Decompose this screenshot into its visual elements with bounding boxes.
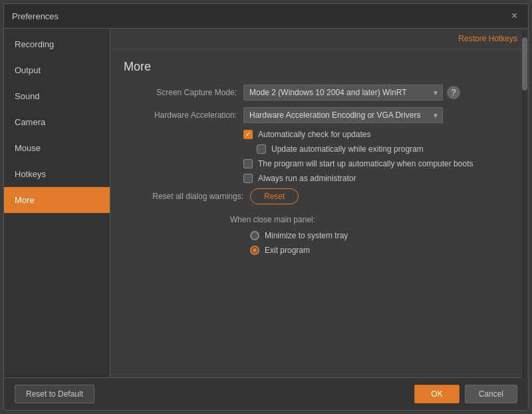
reset-to-default-button[interactable]: Reset to Default [15, 385, 94, 403]
screen-capture-select[interactable]: Mode 2 (Windows 10 2004 and later) WinRT… [243, 85, 443, 101]
screen-capture-row: Screen Capture Mode: Mode 2 (Windows 10 … [124, 85, 515, 101]
cancel-button[interactable]: Cancel [465, 385, 517, 403]
content-area: Recording Output Sound Camera Mouse Hotk… [4, 29, 528, 377]
reset-dialog-label: Reset all dialog warnings: [124, 192, 243, 201]
footer-right: OK Cancel [414, 385, 517, 403]
restore-hotkeys-link[interactable]: Restore Hotkeys [458, 34, 517, 43]
minimize-tray-radio[interactable] [250, 231, 259, 240]
auto-check-updates-label: Automatically check for updates [258, 130, 370, 139]
exit-program-label: Exit program [265, 246, 310, 255]
sidebar: Recording Output Sound Camera Mouse Hotk… [4, 29, 110, 377]
sidebar-item-mouse[interactable]: Mouse [4, 135, 110, 161]
exit-program-row: Exit program [250, 246, 515, 255]
close-button[interactable]: × [509, 9, 520, 23]
section-title: More [124, 60, 515, 74]
reset-dialog-button[interactable]: Reset [250, 188, 299, 204]
auto-update-exiting-label: Update automatically while exiting progr… [271, 144, 424, 154]
minimize-tray-row: Minimize to system tray [250, 231, 515, 240]
auto-check-updates-row: Automatically check for updates [243, 130, 515, 139]
hardware-acceleration-select-wrapper: Hardware Acceleration Encoding or VGA Dr… [243, 107, 443, 123]
hardware-acceleration-label: Hardware Acceleration: [124, 110, 237, 120]
top-bar: Restore Hotkeys [110, 29, 528, 49]
screen-capture-label: Screen Capture Mode: [124, 88, 237, 97]
sidebar-item-more[interactable]: More [4, 187, 110, 213]
run-as-admin-label: Always run as administrator [258, 174, 356, 183]
ok-button[interactable]: OK [414, 385, 459, 403]
auto-check-updates-checkbox[interactable] [243, 130, 253, 139]
section-content: More Screen Capture Mode: Mode 2 (Window… [110, 49, 528, 377]
sidebar-item-recording[interactable]: Recording [4, 31, 110, 57]
start-on-boot-row: The program will start up automatically … [243, 159, 515, 168]
start-on-boot-checkbox[interactable] [243, 159, 253, 168]
preferences-dialog: Preferences × Recording Output Sound Cam… [3, 3, 529, 411]
run-as-admin-checkbox[interactable] [243, 174, 253, 183]
hardware-acceleration-row: Hardware Acceleration: Hardware Accelera… [124, 107, 515, 123]
minimize-tray-label: Minimize to system tray [265, 231, 348, 240]
screen-capture-select-wrapper: Mode 2 (Windows 10 2004 and later) WinRT… [243, 85, 460, 101]
start-on-boot-label: The program will start up automatically … [258, 159, 473, 168]
exit-program-radio[interactable] [250, 246, 259, 255]
run-as-admin-row: Always run as administrator [243, 174, 515, 183]
reset-dialog-row: Reset all dialog warnings: Reset [124, 188, 515, 204]
hardware-acceleration-select[interactable]: Hardware Acceleration Encoding or VGA Dr… [243, 107, 443, 123]
sidebar-item-hotkeys[interactable]: Hotkeys [4, 161, 110, 187]
main-panel: Restore Hotkeys More Screen Capture Mode… [110, 29, 528, 377]
auto-update-exiting-checkbox[interactable] [257, 144, 266, 154]
sidebar-item-camera[interactable]: Camera [4, 109, 110, 135]
footer-left: Reset to Default [15, 385, 94, 403]
sidebar-item-output[interactable]: Output [4, 57, 110, 83]
dialog-title: Preferences [12, 11, 59, 21]
title-bar: Preferences × [4, 4, 528, 29]
scrollbar-track [522, 31, 527, 377]
auto-update-exiting-row: Update automatically while exiting progr… [257, 144, 515, 154]
close-panel-label: When close main panel: [230, 215, 515, 224]
footer: Reset to Default OK Cancel [4, 377, 528, 410]
scrollbar-thumb[interactable] [522, 37, 527, 91]
screen-capture-help-button[interactable]: ? [447, 86, 460, 99]
sidebar-item-sound[interactable]: Sound [4, 83, 110, 109]
